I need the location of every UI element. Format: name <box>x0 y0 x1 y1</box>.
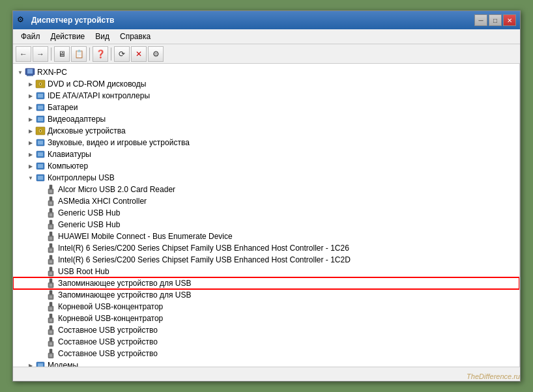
tree-toggle[interactable]: ▶ <box>26 91 35 100</box>
tree-node-label: Батареи <box>48 103 78 112</box>
tree-node-label: Запоминающее устройство для USB <box>58 279 191 288</box>
computer-button[interactable]: 🖥 <box>54 46 70 62</box>
tree-node-label: ASMedia XHCI Controller <box>58 197 147 206</box>
tree-item[interactable]: Intel(R) 6 Series/C200 Series Chipset Fa… <box>13 254 519 266</box>
tree-node-label: Intel(R) 6 Series/C200 Series Chipset Fa… <box>58 255 351 264</box>
tree-toggle[interactable]: ▶ <box>26 103 35 112</box>
tree-item[interactable]: ASMedia XHCI Controller <box>13 195 519 207</box>
tree-item[interactable]: ▶Батареи <box>13 102 519 113</box>
svg-rect-9 <box>38 105 43 109</box>
tree-item[interactable]: Запоминающее устройство для USB <box>13 277 519 289</box>
tree-toggle[interactable]: ▶ <box>26 361 35 367</box>
forward-button[interactable]: → <box>33 46 48 62</box>
toolbar-separator-1 <box>51 48 51 61</box>
tree-item[interactable]: Alcor Micro USB 2.0 Card Reader <box>13 184 519 195</box>
menu-action[interactable]: Действие <box>46 31 91 42</box>
menu-file[interactable]: Файл <box>16 31 46 42</box>
svg-rect-62 <box>50 337 52 341</box>
svg-rect-35 <box>50 232 52 236</box>
maximize-button[interactable]: □ <box>489 14 502 26</box>
tree-node-icon <box>35 161 46 171</box>
uninstall-button[interactable]: ✕ <box>131 46 147 62</box>
tree-item[interactable]: ▶Компьютер <box>13 160 519 172</box>
svg-point-14 <box>40 130 41 132</box>
tree-item[interactable]: Корневой USB-концентратор <box>13 313 519 324</box>
tree-node-icon <box>35 360 46 367</box>
tree-toggle[interactable]: ▶ <box>26 161 35 171</box>
tree-toggle <box>36 267 46 276</box>
tree-toggle <box>36 244 46 253</box>
tree-toggle <box>36 314 46 323</box>
tree-node-label: Дисковые устройства <box>48 126 126 135</box>
tree-item[interactable]: Составное USB устройство <box>13 336 519 348</box>
tree-toggle[interactable]: ▶ <box>26 79 35 89</box>
tree-item[interactable]: ▶Модемы <box>13 359 519 367</box>
tree-item[interactable]: ▼Контроллеры USB <box>13 172 519 184</box>
svg-rect-2 <box>27 75 33 76</box>
tree-toggle[interactable]: ▶ <box>26 115 35 124</box>
tree-toggle[interactable]: ▼ <box>16 68 25 77</box>
tree-item[interactable]: Корневой USB-концентратор <box>13 301 519 313</box>
tree-toggle <box>36 185 46 194</box>
tree-toggle <box>36 337 46 346</box>
tree-node-icon <box>35 173 46 183</box>
device-tree[interactable]: ▼RXN-PC▶DVD и CD-ROM дисководы▶IDE ATA/A… <box>13 64 520 367</box>
toolbar: ← → 🖥 📋 ❓ ⟳ ✕ ⚙ <box>13 44 520 64</box>
tree-node-label: Клавиатуры <box>48 150 91 159</box>
svg-rect-20 <box>38 164 43 168</box>
tree-item[interactable]: USB Root Hub <box>13 266 519 277</box>
tree-item[interactable]: Составное USB устройство <box>13 348 519 359</box>
tree-toggle <box>36 279 46 288</box>
properties-button[interactable]: 📋 <box>71 46 87 62</box>
help-button[interactable]: ❓ <box>93 46 108 62</box>
back-button[interactable]: ← <box>16 46 31 62</box>
tree-item[interactable]: Составное USB устройство <box>13 324 519 336</box>
svg-rect-64 <box>50 343 52 345</box>
menu-help[interactable]: Справка <box>115 31 156 42</box>
tree-toggle <box>36 326 46 335</box>
svg-rect-44 <box>50 267 52 271</box>
window-title: Диспетчер устройств <box>31 16 474 25</box>
tree-node-icon <box>46 290 56 300</box>
svg-rect-38 <box>50 244 52 247</box>
settings-button[interactable]: ⚙ <box>148 46 164 62</box>
tree-toggle[interactable]: ▶ <box>26 150 35 159</box>
tree-item[interactable]: ▶Дисковые устройства <box>13 125 519 137</box>
tree-node-label: Компьютер <box>48 161 88 171</box>
tree-toggle[interactable]: ▶ <box>26 126 35 135</box>
tree-node-icon <box>46 337 56 347</box>
tree-item[interactable]: ▶Видеоадаптеры <box>13 113 519 125</box>
tree-item[interactable]: ▶Звуковые, видео и игровые устройства <box>13 137 519 148</box>
toolbar-separator-3 <box>111 48 111 61</box>
close-button[interactable]: ✕ <box>503 14 516 26</box>
tree-node-label: USB Root Hub <box>58 267 109 276</box>
refresh-button[interactable]: ⟳ <box>114 46 130 62</box>
menu-view[interactable]: Вид <box>90 31 115 42</box>
tree-item[interactable]: Generic USB Hub <box>13 219 519 231</box>
tree-node-label: Составное USB устройство <box>58 337 158 346</box>
tree-item[interactable]: HUAWEI Mobile Connect - Bus Enumerate De… <box>13 231 519 242</box>
tree-item[interactable]: ▼RXN-PC <box>13 66 519 78</box>
tree-item[interactable]: Запоминающее устройство для USB <box>13 289 519 301</box>
tree-node-icon <box>46 266 56 277</box>
tree-toggle <box>36 255 46 264</box>
tree-node-label: Составное USB устройство <box>58 349 158 358</box>
tree-item[interactable]: ▶DVD и CD-ROM дисководы <box>13 78 519 90</box>
svg-rect-34 <box>50 225 52 228</box>
tree-toggle <box>36 208 46 217</box>
tree-node-label: Модемы <box>48 361 78 367</box>
svg-rect-22 <box>38 176 43 180</box>
minimize-button[interactable]: ─ <box>474 14 487 26</box>
tree-toggle[interactable]: ▼ <box>26 173 35 182</box>
tree-node-icon <box>35 91 46 101</box>
tree-item[interactable]: Intel(R) 6 Series/C200 Series Chipset Fa… <box>13 242 519 254</box>
tree-node-icon <box>46 219 56 230</box>
tree-item[interactable]: ▶Клавиатуры <box>13 148 519 160</box>
svg-rect-1 <box>27 69 33 74</box>
tree-toggle[interactable]: ▶ <box>26 138 35 147</box>
tree-item[interactable]: Generic USB Hub <box>13 207 519 219</box>
tree-node-label: HUAWEI Mobile Connect - Bus Enumerate De… <box>58 232 233 241</box>
tree-item[interactable]: ▶IDE ATA/ATAPI контроллеры <box>13 90 519 102</box>
tree-toggle <box>36 302 46 311</box>
tree-node-label: Generic USB Hub <box>58 208 120 217</box>
